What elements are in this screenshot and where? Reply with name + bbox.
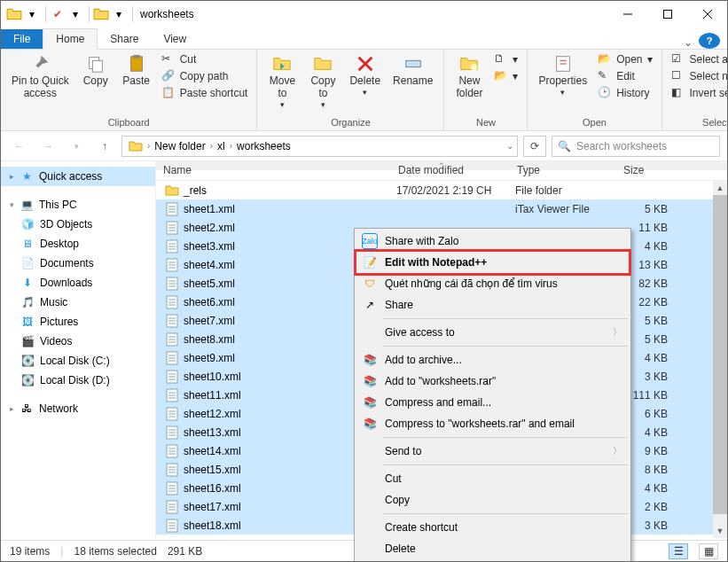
chevron-right-icon[interactable]: › [147, 141, 150, 151]
ctx-scan-virus[interactable]: 🛡Quét những cái đã chọn để tìm virus [356, 273, 629, 294]
qat-save-icon[interactable]: ▾ [24, 6, 40, 22]
chevron-right-icon[interactable]: › [210, 141, 213, 151]
up-button[interactable]: ↑ [93, 135, 116, 158]
close-button[interactable] [687, 1, 727, 27]
sidebar-this-pc[interactable]: ▾💻This PC [1, 195, 155, 215]
svg-point-9 [471, 64, 477, 70]
properties-button[interactable]: Properties▾ [533, 51, 592, 99]
ribbon-collapse-icon[interactable]: ⌄ [677, 36, 699, 49]
sidebar-local-disk-d[interactable]: 💽Local Disk (D:) [1, 371, 155, 390]
breadcrumb-segment[interactable]: xl [215, 140, 228, 152]
file-row[interactable]: _rels17/02/2021 2:19 CHFile folder [156, 181, 727, 199]
sidebar-pictures[interactable]: 🖼Pictures [1, 312, 155, 332]
scroll-thumb[interactable] [713, 195, 727, 514]
new-item-button[interactable]: 🗋▾ [490, 51, 521, 67]
ctx-share-zalo[interactable]: ZaloShare with Zalo [356, 230, 629, 252]
sidebar-quick-access[interactable]: ▸★Quick access [1, 167, 155, 186]
file-icon [165, 463, 179, 477]
svg-rect-1 [663, 11, 671, 19]
qat-dropdown-icon[interactable]: ▾ [67, 6, 83, 22]
select-all-button[interactable]: ☑Select all [668, 51, 728, 67]
back-button[interactable]: ← [8, 135, 31, 158]
chevron-down-icon[interactable]: ⌄ [506, 141, 513, 151]
move-to-button[interactable]: Move to▾ [262, 51, 301, 112]
delete-button[interactable]: Delete▾ [344, 51, 386, 99]
help-icon[interactable]: ? [699, 33, 720, 49]
column-size[interactable]: Size [616, 161, 713, 180]
ctx-compress-worksheets-email[interactable]: 📚Compress to "worksheets.rar" and email [356, 413, 629, 434]
history-button[interactable]: 🕑History [594, 85, 655, 101]
sidebar-desktop[interactable]: 🖥Desktop [1, 234, 155, 254]
ctx-share[interactable]: ↗Share [356, 294, 629, 316]
ctx-give-access[interactable]: Give access to〉 [356, 322, 629, 343]
ctx-cut[interactable]: Cut [356, 468, 629, 489]
chevron-down-icon: ▾ [280, 100, 285, 109]
copy-path-button[interactable]: 🔗Copy path [158, 68, 252, 84]
desktop-icon: 🖥 [20, 237, 35, 251]
ctx-add-worksheets-rar[interactable]: 📚Add to "worksheets.rar" [356, 371, 629, 392]
breadcrumb[interactable]: › New folder › xl › worksheets ⌄ [121, 136, 518, 157]
select-none-button[interactable]: ☐Select none [668, 68, 728, 84]
chevron-right-icon[interactable]: › [230, 141, 232, 151]
edit-button[interactable]: ✎Edit [594, 68, 655, 84]
new-folder-button[interactable]: New folder [450, 51, 489, 103]
breadcrumb-segment[interactable]: New folder [152, 140, 207, 152]
scrollbar[interactable]: ▲ ▼ [713, 181, 727, 538]
invert-selection-button[interactable]: ◧Invert selection [668, 85, 728, 101]
sidebar-videos[interactable]: 🎬Videos [1, 332, 155, 351]
sidebar-3d-objects[interactable]: 🧊3D Objects [1, 215, 155, 234]
pc-icon: 💻 [20, 198, 34, 212]
tab-view[interactable]: View [151, 29, 199, 49]
tab-home[interactable]: Home [43, 28, 98, 50]
cube-icon: 🧊 [20, 217, 35, 231]
tab-file[interactable]: File [1, 29, 43, 49]
ctx-delete[interactable]: Delete [356, 538, 629, 559]
qat-dropdown-icon[interactable]: ▾ [111, 6, 127, 22]
file-name: _rels [184, 184, 396, 197]
group-label: New [450, 115, 521, 130]
tab-share[interactable]: Share [98, 29, 151, 49]
ctx-add-archive[interactable]: 📚Add to archive... [356, 349, 629, 371]
sidebar-documents[interactable]: 📄Documents [1, 254, 155, 273]
maximize-button[interactable] [647, 1, 687, 27]
copy-to-button[interactable]: Copy to▾ [303, 51, 342, 112]
sidebar-downloads[interactable]: ⬇Downloads [1, 273, 155, 293]
qat-check-icon[interactable]: ✔ [50, 6, 66, 22]
ctx-copy[interactable]: Copy [356, 489, 629, 511]
open-icon: 📂 [598, 52, 612, 66]
sidebar-music[interactable]: 🎵Music [1, 293, 155, 312]
file-size: 5 KB [622, 203, 675, 215]
column-name[interactable]: Name [156, 161, 391, 180]
scroll-down-icon[interactable]: ▼ [713, 524, 727, 538]
cut-button[interactable]: ✂Cut [158, 51, 252, 67]
scroll-up-icon[interactable]: ▲ [713, 181, 727, 195]
pin-quickaccess-button[interactable]: Pin to Quick access [6, 51, 74, 103]
music-icon: 🎵 [20, 295, 35, 309]
file-icon [165, 258, 179, 272]
open-button[interactable]: 📂Open ▾ [594, 51, 655, 67]
ctx-create-shortcut[interactable]: Create shortcut [356, 517, 629, 538]
breadcrumb-segment[interactable]: worksheets [234, 140, 294, 152]
rename-button[interactable]: Rename [387, 51, 438, 90]
forward-button[interactable]: → [36, 135, 59, 158]
copy-button[interactable]: Copy [76, 51, 115, 90]
paste-shortcut-button[interactable]: 📋Paste shortcut [158, 85, 252, 101]
column-modified[interactable]: Date modified [391, 161, 510, 180]
ctx-compress-email[interactable]: 📚Compress and email... [356, 392, 629, 413]
file-row[interactable]: sheet1.xmliTax Viewer File5 KB [156, 199, 727, 218]
refresh-button[interactable]: ⟳ [523, 136, 546, 157]
minimize-button[interactable] [607, 1, 647, 27]
icons-view-button[interactable]: ▦ [699, 543, 718, 559]
details-view-button[interactable]: ☰ [669, 543, 688, 559]
search-input[interactable]: 🔍 Search worksheets [552, 136, 720, 157]
column-type[interactable]: Type [510, 161, 616, 180]
folder-icon [93, 6, 109, 22]
ctx-send-to[interactable]: Send to〉 [356, 441, 629, 462]
paste-button[interactable]: Paste [117, 51, 156, 90]
recent-dropdown[interactable]: ▾ [65, 135, 88, 158]
folder-icon [6, 6, 22, 22]
sidebar-network[interactable]: ▸🖧Network [1, 399, 155, 418]
sidebar-local-disk-c[interactable]: 💽Local Disk (C:) [1, 351, 155, 371]
easy-access-button[interactable]: 📂▾ [490, 68, 521, 84]
ctx-edit-notepad-plus-plus[interactable]: 📝Edit with Notepad++ [356, 252, 629, 273]
